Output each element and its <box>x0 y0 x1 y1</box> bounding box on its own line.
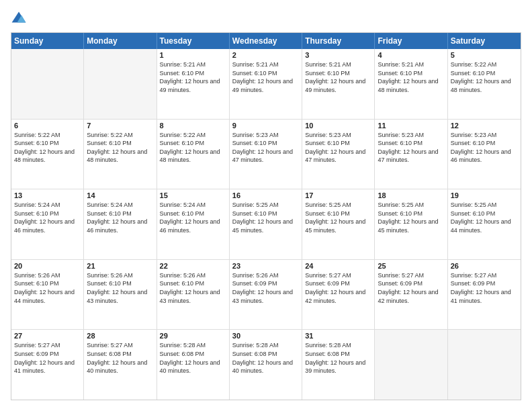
calendar-cell: 28Sunrise: 5:27 AMSunset: 6:08 PMDayligh… <box>84 330 157 400</box>
page: SundayMondayTuesdayWednesdayThursdayFrid… <box>0 0 532 411</box>
day-number: 3 <box>305 51 371 59</box>
day-number: 12 <box>451 122 518 130</box>
calendar-cell: 27Sunrise: 5:27 AMSunset: 6:09 PMDayligh… <box>11 330 84 400</box>
day-number: 13 <box>14 191 81 199</box>
header-day-monday: Monday <box>84 33 157 49</box>
day-info: Sunrise: 5:25 AMSunset: 6:10 PMDaylight:… <box>451 201 518 234</box>
day-number: 5 <box>451 51 518 59</box>
calendar-cell: 7Sunrise: 5:22 AMSunset: 6:10 PMDaylight… <box>84 120 157 189</box>
day-number: 28 <box>87 332 153 340</box>
calendar-cell <box>375 330 447 400</box>
day-number: 14 <box>87 191 153 199</box>
calendar-cell: 6Sunrise: 5:22 AMSunset: 6:10 PMDaylight… <box>11 120 84 189</box>
header-day-thursday: Thursday <box>302 33 375 49</box>
day-number: 17 <box>305 191 371 199</box>
day-info: Sunrise: 5:26 AMSunset: 6:10 PMDaylight:… <box>87 271 153 305</box>
day-info: Sunrise: 5:28 AMSunset: 6:08 PMDaylight:… <box>305 341 371 375</box>
day-info: Sunrise: 5:25 AMSunset: 6:10 PMDaylight:… <box>378 201 444 234</box>
day-info: Sunrise: 5:23 AMSunset: 6:10 PMDaylight:… <box>378 131 444 165</box>
day-info: Sunrise: 5:24 AMSunset: 6:10 PMDaylight:… <box>160 201 226 234</box>
day-info: Sunrise: 5:26 AMSunset: 6:09 PMDaylight:… <box>232 271 299 305</box>
day-number: 2 <box>232 51 299 59</box>
calendar-cell: 24Sunrise: 5:27 AMSunset: 6:09 PMDayligh… <box>302 260 375 330</box>
day-info: Sunrise: 5:26 AMSunset: 6:10 PMDaylight:… <box>160 271 226 305</box>
calendar-cell: 17Sunrise: 5:25 AMSunset: 6:10 PMDayligh… <box>302 189 375 259</box>
day-info: Sunrise: 5:23 AMSunset: 6:10 PMDaylight:… <box>305 131 371 165</box>
header-day-wednesday: Wednesday <box>230 33 302 49</box>
calendar-cell: 19Sunrise: 5:25 AMSunset: 6:10 PMDayligh… <box>448 189 521 259</box>
calendar-week-3: 20Sunrise: 5:26 AMSunset: 6:10 PMDayligh… <box>11 259 521 330</box>
calendar-cell: 16Sunrise: 5:25 AMSunset: 6:10 PMDayligh… <box>230 189 302 259</box>
day-info: Sunrise: 5:27 AMSunset: 6:09 PMDaylight:… <box>305 271 371 305</box>
day-info: Sunrise: 5:22 AMSunset: 6:10 PMDaylight:… <box>14 131 81 165</box>
day-number: 27 <box>14 332 81 340</box>
day-number: 7 <box>87 122 153 130</box>
day-info: Sunrise: 5:25 AMSunset: 6:10 PMDaylight:… <box>305 201 371 234</box>
calendar-cell: 15Sunrise: 5:24 AMSunset: 6:10 PMDayligh… <box>157 189 230 259</box>
calendar-cell: 8Sunrise: 5:22 AMSunset: 6:10 PMDaylight… <box>157 120 230 189</box>
header-day-sunday: Sunday <box>11 33 84 49</box>
day-number: 1 <box>160 51 226 59</box>
calendar-week-2: 13Sunrise: 5:24 AMSunset: 6:10 PMDayligh… <box>11 189 521 259</box>
day-number: 24 <box>305 262 371 270</box>
day-number: 29 <box>160 332 226 340</box>
calendar: SundayMondayTuesdayWednesdayThursdayFrid… <box>11 32 521 400</box>
day-number: 18 <box>378 191 444 199</box>
calendar-cell: 14Sunrise: 5:24 AMSunset: 6:10 PMDayligh… <box>84 189 157 259</box>
day-number: 15 <box>160 191 226 199</box>
day-info: Sunrise: 5:28 AMSunset: 6:08 PMDaylight:… <box>160 341 226 375</box>
header <box>11 11 521 27</box>
header-day-tuesday: Tuesday <box>157 33 230 49</box>
calendar-cell: 18Sunrise: 5:25 AMSunset: 6:10 PMDayligh… <box>375 189 447 259</box>
day-info: Sunrise: 5:24 AMSunset: 6:10 PMDaylight:… <box>14 201 81 234</box>
day-info: Sunrise: 5:27 AMSunset: 6:08 PMDaylight:… <box>87 341 153 375</box>
calendar-week-4: 27Sunrise: 5:27 AMSunset: 6:09 PMDayligh… <box>11 329 521 400</box>
calendar-cell <box>84 49 157 119</box>
day-number: 20 <box>14 262 81 270</box>
day-number: 23 <box>232 262 299 270</box>
calendar-cell: 26Sunrise: 5:27 AMSunset: 6:09 PMDayligh… <box>448 260 521 330</box>
day-number: 19 <box>451 191 518 199</box>
calendar-week-1: 6Sunrise: 5:22 AMSunset: 6:10 PMDaylight… <box>11 119 521 189</box>
logo-icon <box>11 11 27 27</box>
day-number: 4 <box>378 51 444 59</box>
calendar-week-0: 1Sunrise: 5:21 AMSunset: 6:10 PMDaylight… <box>11 49 521 119</box>
calendar-cell <box>11 49 84 119</box>
day-number: 16 <box>232 191 299 199</box>
calendar-cell: 3Sunrise: 5:21 AMSunset: 6:10 PMDaylight… <box>302 49 375 119</box>
day-number: 6 <box>14 122 81 130</box>
day-info: Sunrise: 5:23 AMSunset: 6:10 PMDaylight:… <box>232 131 299 165</box>
calendar-cell: 12Sunrise: 5:23 AMSunset: 6:10 PMDayligh… <box>448 120 521 189</box>
logo <box>11 11 30 27</box>
day-number: 22 <box>160 262 226 270</box>
day-info: Sunrise: 5:21 AMSunset: 6:10 PMDaylight:… <box>378 60 444 94</box>
header-day-friday: Friday <box>375 33 447 49</box>
calendar-cell <box>448 330 521 400</box>
day-info: Sunrise: 5:22 AMSunset: 6:10 PMDaylight:… <box>451 60 518 94</box>
calendar-cell: 29Sunrise: 5:28 AMSunset: 6:08 PMDayligh… <box>157 330 230 400</box>
calendar-cell: 30Sunrise: 5:28 AMSunset: 6:08 PMDayligh… <box>230 330 302 400</box>
day-info: Sunrise: 5:27 AMSunset: 6:09 PMDaylight:… <box>451 271 518 305</box>
calendar-cell: 25Sunrise: 5:27 AMSunset: 6:09 PMDayligh… <box>375 260 447 330</box>
day-number: 21 <box>87 262 153 270</box>
day-info: Sunrise: 5:23 AMSunset: 6:10 PMDaylight:… <box>451 131 518 165</box>
calendar-cell: 4Sunrise: 5:21 AMSunset: 6:10 PMDaylight… <box>375 49 447 119</box>
day-info: Sunrise: 5:21 AMSunset: 6:10 PMDaylight:… <box>305 60 371 94</box>
day-info: Sunrise: 5:27 AMSunset: 6:09 PMDaylight:… <box>378 271 444 305</box>
day-info: Sunrise: 5:27 AMSunset: 6:09 PMDaylight:… <box>14 341 81 375</box>
day-number: 9 <box>232 122 299 130</box>
day-info: Sunrise: 5:24 AMSunset: 6:10 PMDaylight:… <box>87 201 153 234</box>
calendar-cell: 9Sunrise: 5:23 AMSunset: 6:10 PMDaylight… <box>230 120 302 189</box>
calendar-cell: 13Sunrise: 5:24 AMSunset: 6:10 PMDayligh… <box>11 189 84 259</box>
calendar-cell: 23Sunrise: 5:26 AMSunset: 6:09 PMDayligh… <box>230 260 302 330</box>
day-info: Sunrise: 5:28 AMSunset: 6:08 PMDaylight:… <box>232 341 299 375</box>
calendar-cell: 5Sunrise: 5:22 AMSunset: 6:10 PMDaylight… <box>448 49 521 119</box>
day-info: Sunrise: 5:21 AMSunset: 6:10 PMDaylight:… <box>232 60 299 94</box>
day-number: 11 <box>378 122 444 130</box>
calendar-cell: 10Sunrise: 5:23 AMSunset: 6:10 PMDayligh… <box>302 120 375 189</box>
day-number: 25 <box>378 262 444 270</box>
day-number: 31 <box>305 332 371 340</box>
calendar-cell: 21Sunrise: 5:26 AMSunset: 6:10 PMDayligh… <box>84 260 157 330</box>
day-info: Sunrise: 5:22 AMSunset: 6:10 PMDaylight:… <box>160 131 226 165</box>
day-number: 10 <box>305 122 371 130</box>
